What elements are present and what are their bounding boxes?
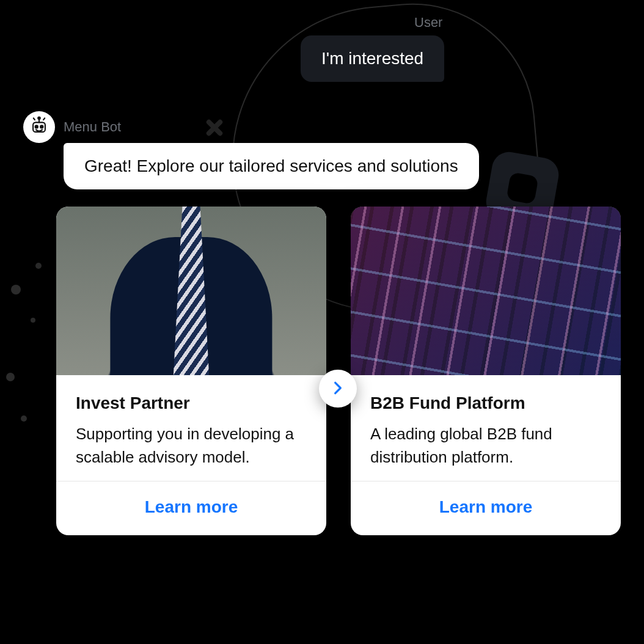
- svg-point-4: [38, 117, 40, 119]
- card-title: Invest Partner: [76, 393, 307, 413]
- learn-more-button[interactable]: Learn more: [145, 497, 238, 517]
- card-footer: Learn more: [351, 481, 621, 535]
- svg-line-5: [34, 118, 35, 120]
- card-title: B2B Fund Platform: [370, 393, 601, 413]
- decorative-dots: [6, 263, 49, 434]
- svg-point-1: [35, 125, 38, 128]
- learn-more-button[interactable]: Learn more: [439, 497, 533, 517]
- user-label: User: [414, 15, 442, 31]
- decorative-x-icon: [205, 119, 223, 137]
- card-description: Supporting you in developing a scalable …: [76, 423, 307, 469]
- card-image: [351, 207, 621, 375]
- card-description: A leading global B2B fund distribution p…: [370, 423, 601, 469]
- robot-icon: [29, 115, 49, 139]
- svg-point-2: [40, 125, 43, 128]
- chevron-right-icon: [330, 380, 346, 398]
- bot-message-bubble: Great! Explore our tailored services and…: [64, 143, 479, 189]
- card-image: [56, 207, 326, 375]
- bot-name-label: Menu Bot: [64, 119, 121, 135]
- svg-line-6: [43, 118, 45, 120]
- bot-avatar: [23, 111, 55, 143]
- card-body: B2B Fund Platform A leading global B2B f…: [351, 375, 621, 481]
- user-message-bubble: I'm interested: [301, 35, 444, 82]
- card-footer: Learn more: [56, 481, 326, 535]
- card-b2b-fund-platform[interactable]: B2B Fund Platform A leading global B2B f…: [351, 207, 621, 535]
- card-invest-partner[interactable]: Invest Partner Supporting you in develop…: [56, 207, 326, 535]
- card-body: Invest Partner Supporting you in develop…: [56, 375, 326, 481]
- carousel-next-button[interactable]: [319, 370, 357, 408]
